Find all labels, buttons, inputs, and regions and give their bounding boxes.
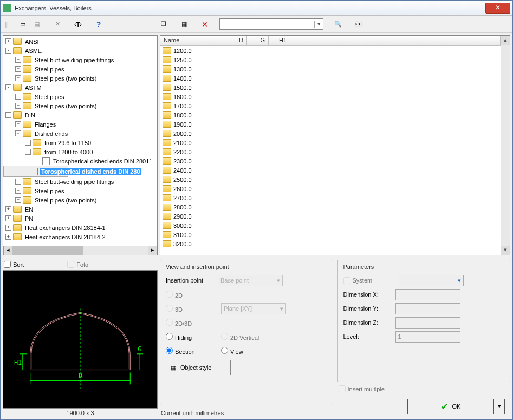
list-row[interactable]: 2400.0 bbox=[160, 166, 501, 175]
radio-2dvert[interactable]: 2D Vertical bbox=[221, 333, 259, 341]
list-row[interactable]: 2300.0 bbox=[160, 156, 501, 166]
search-dropdown[interactable]: ▾ bbox=[314, 21, 323, 28]
plane-select[interactable]: Plane [XY]▾ bbox=[221, 303, 286, 314]
list-row[interactable]: 3100.0 bbox=[160, 230, 501, 239]
help-icon[interactable]: ? bbox=[93, 18, 105, 30]
tool-2[interactable]: ▤ bbox=[31, 18, 43, 30]
list-row[interactable]: 2200.0 bbox=[160, 147, 501, 156]
ok-button[interactable]: ✔OK bbox=[407, 399, 494, 414]
tree-node[interactable]: Torospherical dished ends DIN 280 bbox=[3, 166, 68, 177]
grid-icon[interactable]: ▦ bbox=[178, 18, 190, 30]
object-style-button[interactable]: ▦ Object style bbox=[166, 360, 231, 375]
tree-node[interactable]: -ASTM bbox=[3, 83, 157, 92]
dimz-input[interactable] bbox=[395, 317, 460, 329]
list-row[interactable]: 2000.0 bbox=[160, 129, 501, 138]
radio-3d[interactable]: 3D bbox=[166, 305, 218, 313]
list-row[interactable]: 1250.0 bbox=[160, 55, 501, 64]
list-row[interactable]: 2600.0 bbox=[160, 184, 501, 193]
tree-view[interactable]: +ANSI-ASME+Steel butt-welding pipe fitti… bbox=[3, 35, 158, 246]
tree-node[interactable]: -DIN bbox=[3, 110, 157, 120]
list-row[interactable]: 2900.0 bbox=[160, 212, 501, 221]
folder-icon bbox=[163, 47, 171, 54]
tree-label: from 29.6 to 1150 bbox=[43, 140, 92, 146]
list-row[interactable]: 3200.0 bbox=[160, 239, 501, 248]
copy-icon[interactable]: ❐ bbox=[158, 18, 170, 30]
tree-label: Torospherical dished ends DIN 28011 bbox=[52, 158, 153, 165]
system-checkbox[interactable]: System bbox=[343, 277, 395, 284]
list-row[interactable]: 1300.0 bbox=[160, 64, 501, 74]
ok-dropdown[interactable]: ▾ bbox=[494, 399, 505, 414]
list-row[interactable]: 3000.0 bbox=[160, 221, 501, 230]
tree-node[interactable]: -from 1200 to 4000 bbox=[3, 147, 157, 156]
search-combo[interactable]: ▾ bbox=[219, 18, 323, 30]
col-name[interactable]: Name bbox=[160, 36, 225, 45]
folder-icon bbox=[23, 65, 31, 73]
tree-label: Flanges bbox=[34, 121, 57, 128]
list-cell-name: 1800.0 bbox=[173, 112, 192, 119]
tool-text[interactable]: ‹T› bbox=[72, 18, 84, 30]
list-row[interactable]: 2700.0 bbox=[160, 193, 501, 202]
search-icon[interactable]: 🔍 bbox=[332, 18, 344, 30]
list-row[interactable]: 1800.0 bbox=[160, 110, 501, 120]
radio-2d[interactable]: 2D bbox=[166, 291, 183, 299]
list-row[interactable]: 1200.0 bbox=[160, 46, 501, 55]
tree-node[interactable]: +Steel pipes bbox=[3, 64, 157, 74]
col-d[interactable]: D bbox=[225, 36, 247, 45]
list-row[interactable]: 2500.0 bbox=[160, 175, 501, 184]
level-input[interactable] bbox=[395, 331, 460, 343]
tree-node[interactable]: +Flanges bbox=[3, 120, 157, 129]
tree-node[interactable]: -Dished ends bbox=[3, 129, 157, 138]
list-row[interactable]: 1700.0 bbox=[160, 101, 501, 110]
folder-icon bbox=[13, 206, 22, 213]
tree-node[interactable]: +Heat exchangers DIN 28184-2 bbox=[3, 232, 157, 241]
folder-icon bbox=[163, 75, 171, 82]
tree-label: from 1200 to 4000 bbox=[43, 149, 94, 155]
tree-node[interactable]: +Steel butt-welding pipe fittings bbox=[3, 55, 157, 64]
search-input[interactable] bbox=[220, 21, 314, 28]
base-point-select[interactable]: Base point▾ bbox=[218, 275, 283, 286]
list-vscroll[interactable]: ▴▾ bbox=[501, 36, 510, 255]
tree-hscroll[interactable]: ◂▸ bbox=[3, 246, 158, 255]
radio-section[interactable]: Section bbox=[166, 347, 218, 355]
tree-label: DIN bbox=[24, 112, 36, 119]
list-row[interactable]: 1400.0 bbox=[160, 74, 501, 83]
tree-node[interactable]: Torospherical dished ends DIN 28011 bbox=[3, 156, 157, 166]
delete-icon[interactable]: ✕ bbox=[199, 18, 211, 30]
foto-checkbox[interactable]: Foto bbox=[67, 261, 88, 268]
tree-node[interactable]: +Steel pipes bbox=[3, 92, 157, 101]
tool-1[interactable]: ▭ bbox=[17, 18, 29, 30]
list-row[interactable]: 1500.0 bbox=[160, 83, 501, 92]
close-button[interactable]: ✕ bbox=[485, 3, 510, 14]
tree-node[interactable]: +Heat exchangers DIN 28184-1 bbox=[3, 223, 157, 232]
list-row[interactable]: 2800.0 bbox=[160, 202, 501, 212]
insert-multiple-checkbox[interactable]: Insert multiple bbox=[339, 385, 510, 392]
tree-node[interactable]: +Steel butt-welding pipe fittings bbox=[3, 177, 157, 186]
radio-2d3d[interactable]: 2D/3D bbox=[166, 319, 192, 327]
list-row[interactable]: 2100.0 bbox=[160, 138, 501, 147]
tree-label: Steel pipes (two points) bbox=[34, 75, 98, 82]
folder-icon bbox=[23, 178, 31, 185]
dimx-input[interactable] bbox=[395, 289, 460, 300]
tree-node[interactable]: +Steel pipes (two points) bbox=[3, 101, 157, 110]
sort-checkbox[interactable]: Sort bbox=[4, 261, 24, 268]
list-body[interactable]: 1200.01250.01300.01400.01500.01600.01700… bbox=[160, 46, 501, 255]
radio-view[interactable]: View bbox=[221, 347, 243, 355]
dimy-input[interactable] bbox=[395, 303, 460, 314]
tree-node[interactable]: +Steel pipes (two points) bbox=[3, 195, 157, 205]
tool-settings[interactable]: ✕ bbox=[51, 18, 63, 30]
tree-node[interactable]: -ASME bbox=[3, 46, 157, 55]
tree-node[interactable]: +PN bbox=[3, 214, 157, 223]
binoculars-icon[interactable]: 👀 bbox=[353, 18, 365, 30]
list-row[interactable]: 1900.0 bbox=[160, 120, 501, 129]
radio-hiding[interactable]: Hiding bbox=[166, 333, 218, 341]
col-h1[interactable]: H1 bbox=[269, 36, 290, 45]
system-select[interactable]: --▾ bbox=[399, 275, 464, 286]
list-row[interactable]: 1600.0 bbox=[160, 92, 501, 101]
tree-node[interactable]: +Steel pipes (two points) bbox=[3, 74, 157, 83]
col-g[interactable]: G bbox=[247, 36, 269, 45]
tree-node[interactable]: +Steel pipes bbox=[3, 186, 157, 195]
tree-node[interactable]: +EN bbox=[3, 205, 157, 214]
folder-icon bbox=[163, 185, 171, 192]
tree-node[interactable]: +from 29.6 to 1150 bbox=[3, 138, 157, 147]
tree-node[interactable]: +ANSI bbox=[3, 37, 157, 46]
